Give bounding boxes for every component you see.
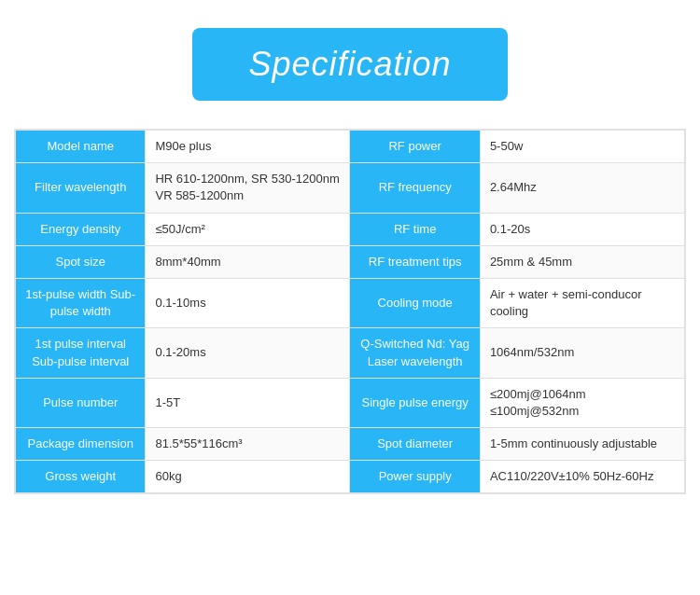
left-label-8: Gross weight xyxy=(16,461,146,493)
right-value-4: Air + water + semi-conducor cooling xyxy=(480,278,684,327)
right-label-6: Single pulse energy xyxy=(350,378,480,427)
spec-table: Model nameM90e plusRF power5-50wFilter w… xyxy=(15,130,685,493)
right-value-7: 1-5mm continuously adjustable xyxy=(480,428,684,461)
right-value-0: 5-50w xyxy=(480,131,684,163)
header-section: Specification xyxy=(0,0,700,119)
left-label-5: 1st pulse interval Sub-pulse interval xyxy=(16,328,146,378)
spec-table-container: Model nameM90e plusRF power5-50wFilter w… xyxy=(14,129,686,494)
left-label-2: Energy density xyxy=(16,213,146,245)
left-label-3: Spot size xyxy=(16,245,146,278)
right-value-1: 2.64Mhz xyxy=(480,163,684,213)
left-label-6: Pulse number xyxy=(16,378,146,427)
left-label-7: Package dimension xyxy=(16,428,146,461)
right-label-5: Q-Switched Nd: Yag Laser wavelength xyxy=(350,328,480,378)
page-title: Specification xyxy=(248,45,451,83)
title-box: Specification xyxy=(192,28,507,101)
right-label-0: RF power xyxy=(350,131,480,163)
right-value-5: 1064nm/532nm xyxy=(480,328,684,378)
right-label-7: Spot diameter xyxy=(350,428,480,461)
right-label-3: RF treatment tips xyxy=(350,245,480,278)
left-label-0: Model name xyxy=(16,131,146,163)
right-label-1: RF frequency xyxy=(350,163,480,213)
left-value-6: 1-5T xyxy=(146,378,350,427)
left-value-8: 60kg xyxy=(146,461,350,493)
left-label-4: 1st-pulse width Sub-pulse width xyxy=(16,278,146,327)
right-value-2: 0.1-20s xyxy=(480,213,684,245)
right-label-2: RF time xyxy=(350,213,480,245)
left-value-1: HR 610-1200nm, SR 530-1200nm VR 585-1200… xyxy=(146,163,350,213)
left-value-5: 0.1-20ms xyxy=(146,328,350,378)
right-value-3: 25mm & 45mm xyxy=(480,245,684,278)
right-value-6: ≤200mj@1064nm ≤100mj@532nm xyxy=(480,378,684,427)
left-value-0: M90e plus xyxy=(146,131,350,163)
right-label-4: Cooling mode xyxy=(350,278,480,327)
left-value-3: 8mm*40mm xyxy=(146,245,350,278)
right-value-8: AC110/220V±10% 50Hz-60Hz xyxy=(480,461,684,493)
left-value-2: ≤50J/cm² xyxy=(146,213,350,245)
left-value-4: 0.1-10ms xyxy=(146,278,350,327)
right-label-8: Power supply xyxy=(350,461,480,493)
left-label-1: Filter wavelength xyxy=(16,163,146,213)
left-value-7: 81.5*55*116cm³ xyxy=(146,428,350,461)
